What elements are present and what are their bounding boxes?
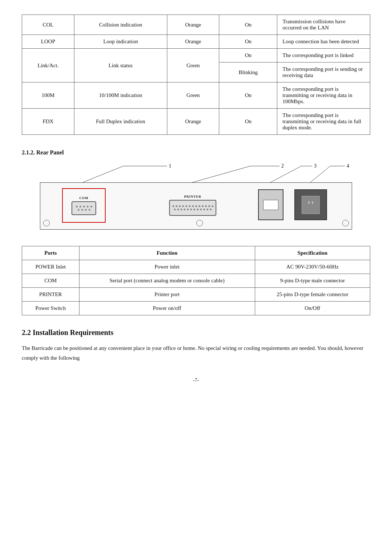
port-cell: COM bbox=[22, 274, 79, 288]
svg-text:4: 4 bbox=[347, 163, 349, 169]
svg-line-3 bbox=[192, 166, 250, 182]
color-col: Green bbox=[167, 49, 219, 82]
color-col: Orange bbox=[167, 15, 219, 35]
ports-table: Ports Function Specification POWER Inlet… bbox=[22, 246, 370, 315]
svg-text:3: 3 bbox=[314, 163, 317, 169]
panel-circle-middle bbox=[196, 220, 203, 226]
table-row: 100M 10/100M indication Green On The cor… bbox=[22, 82, 370, 109]
function-col: Loop indication bbox=[74, 35, 167, 49]
color-col: Orange bbox=[167, 109, 219, 135]
state-col: Blinking bbox=[219, 62, 277, 82]
table-row: FDX Full Duplex indication Orange On The… bbox=[22, 109, 370, 135]
installation-body: The Barricade can be positioned at any c… bbox=[22, 343, 370, 363]
table-row: POWER Inlet Power inlet AC 90V-230V/50-6… bbox=[22, 260, 370, 274]
rear-panel-diagram: 1 2 3 4 COM bbox=[40, 162, 352, 235]
port-col: Link/Act. bbox=[22, 49, 74, 82]
table-row: COL Collision indication Orange On Trans… bbox=[22, 15, 370, 35]
function-col: Full Duplex indication bbox=[74, 109, 167, 135]
power-switch bbox=[294, 189, 327, 220]
spec-cell: 9-pins D-type male connector bbox=[255, 274, 370, 288]
desc-col: The corresponding port is sending or rec… bbox=[277, 62, 370, 82]
desc-col: The corresponding port is linked bbox=[277, 49, 370, 62]
function-col: Collision indication bbox=[74, 15, 167, 35]
spec-cell: On/Off bbox=[255, 302, 370, 315]
table-row: LOOP Loop indication Orange On Loop conn… bbox=[22, 35, 370, 49]
svg-line-0 bbox=[83, 166, 123, 182]
svg-text:1: 1 bbox=[169, 163, 171, 169]
db9-connector bbox=[72, 201, 96, 215]
desc-col: Loop connection has been detected bbox=[277, 35, 370, 49]
rear-panel-heading: 2.1.2. Rear Panel bbox=[22, 149, 370, 156]
state-col: On bbox=[219, 109, 277, 135]
power-inner bbox=[302, 196, 320, 214]
page-number: -7- bbox=[22, 378, 370, 383]
state-col: On bbox=[219, 15, 277, 35]
port-col: LOOP bbox=[22, 35, 74, 49]
state-col: On bbox=[219, 35, 277, 49]
function-col: 10/100M indication bbox=[74, 82, 167, 109]
desc-col: Transmission collisions have occurred on… bbox=[277, 15, 370, 35]
ports-header: Ports bbox=[22, 246, 79, 260]
function-col: Link status bbox=[74, 49, 167, 82]
panel-circle-right bbox=[342, 220, 349, 226]
port-col: COL bbox=[22, 15, 74, 35]
desc-col: The corresponding port is transmitting o… bbox=[277, 82, 370, 109]
svg-line-6 bbox=[270, 166, 301, 182]
state-col: On bbox=[219, 49, 277, 62]
function-header: Function bbox=[79, 246, 255, 260]
table-row: Link/Act. Link status Green On The corre… bbox=[22, 49, 370, 62]
installation-heading: 2.2 Installation Requirements bbox=[22, 328, 370, 337]
table-row: PRINTER Printer port 25-pins D-type fema… bbox=[22, 288, 370, 302]
svg-text:2: 2 bbox=[281, 163, 284, 169]
color-col: Green bbox=[167, 82, 219, 109]
table-row: Power Switch Power on/off On/Off bbox=[22, 302, 370, 315]
port-cell: PRINTER bbox=[22, 288, 79, 302]
printer-label: PRINTER bbox=[184, 195, 201, 198]
com-label: COM bbox=[79, 196, 89, 200]
panel-circle-left bbox=[43, 220, 50, 226]
table-header-row: Ports Function Specification bbox=[22, 246, 370, 260]
db25-connector bbox=[169, 200, 216, 216]
function-cell: Power inlet bbox=[79, 260, 255, 274]
desc-col: The corresponding port is transmitting o… bbox=[277, 109, 370, 135]
spec-cell: AC 90V-230V/50-60Hz bbox=[255, 260, 370, 274]
port-col: FDX bbox=[22, 109, 74, 135]
svg-line-9 bbox=[310, 166, 330, 182]
port-cell: Power Switch bbox=[22, 302, 79, 315]
state-col: On bbox=[219, 82, 277, 109]
color-col: Orange bbox=[167, 35, 219, 49]
function-cell: Serial port (connect analog modem or con… bbox=[79, 274, 255, 288]
spec-header: Specification bbox=[255, 246, 370, 260]
rj45-inner bbox=[263, 200, 278, 210]
function-cell: Power on/off bbox=[79, 302, 255, 315]
port-cell: POWER Inlet bbox=[22, 260, 79, 274]
table-row: COM Serial port (connect analog modem or… bbox=[22, 274, 370, 288]
function-cell: Printer port bbox=[79, 288, 255, 302]
com-port: COM bbox=[62, 188, 106, 223]
printer-port: PRINTER bbox=[164, 191, 222, 220]
rj45-port bbox=[258, 189, 283, 220]
led-table: COL Collision indication Orange On Trans… bbox=[22, 15, 370, 135]
port-col: 100M bbox=[22, 82, 74, 109]
spec-cell: 25-pins D-type female connector bbox=[255, 288, 370, 302]
